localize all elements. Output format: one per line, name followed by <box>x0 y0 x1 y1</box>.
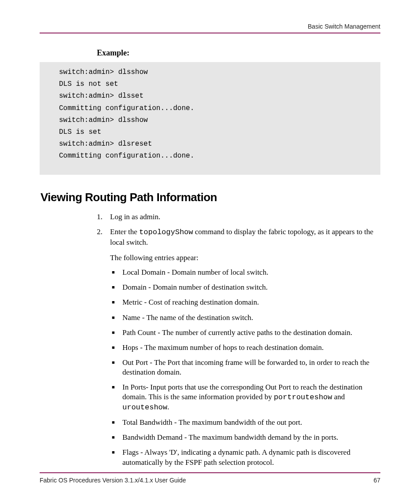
step-text: Enter the topologyShow command to displa… <box>110 228 373 246</box>
code-example: switch:admin> dlsshow DLS is not set swi… <box>40 62 380 175</box>
page-footer: Fabric OS Procedures Version 3.1.x/4.1.x… <box>40 472 380 484</box>
bullet-item: Total Bandwidth - The maximum bandwidth … <box>122 418 380 427</box>
bullet-item: Flags - Always 'D', indicating a dynamic… <box>122 448 380 467</box>
step-pre: Enter the <box>110 228 139 236</box>
section-heading: Viewing Routing Path Information <box>41 191 380 204</box>
code-line: Committing configuration...done. <box>59 104 194 112</box>
code-line: switch:admin> dlsshow <box>59 116 148 124</box>
command-text: topologyShow <box>139 228 193 236</box>
bullet-item: Out Port - The Port that incoming frame … <box>122 358 380 377</box>
command-text: portrouteshow <box>274 393 332 401</box>
steps-list: 1. Log in as admin. 2. Enter the topolog… <box>97 212 380 467</box>
bullet-item: Bandwidth Demand - The maximum bandwidth… <box>122 433 380 442</box>
header-rule <box>40 33 380 33</box>
example-label: Example: <box>97 48 380 58</box>
step-item: 2. Enter the topologyShow command to dis… <box>97 227 380 467</box>
page-header-right: Basic Switch Management <box>40 23 380 30</box>
code-line: DLS is set <box>59 128 101 136</box>
step-number: 1. <box>97 212 103 222</box>
code-line: Committing configuration...done. <box>59 152 194 160</box>
step-text: Log in as admin. <box>110 213 160 221</box>
footer-page-number: 67 <box>373 477 380 484</box>
code-line: switch:admin> dlsset <box>59 92 144 100</box>
code-line: switch:admin> dlsreset <box>59 140 152 148</box>
bullet-list: Local Domain - Domain number of local sw… <box>110 268 380 467</box>
bullet-item: Metric - Cost of reaching destination do… <box>122 298 380 307</box>
bullet-item: Local Domain - Domain number of local sw… <box>122 268 380 277</box>
footer-left: Fabric OS Procedures Version 3.1.x/4.1.x… <box>40 477 186 484</box>
bullet-item: Hops - The maximum number of hops to rea… <box>122 343 380 353</box>
code-line: switch:admin> dlsshow <box>59 68 148 76</box>
footer-rule <box>40 472 380 473</box>
step-number: 2. <box>97 227 103 237</box>
bullet-post: . <box>167 403 169 411</box>
code-line: DLS is not set <box>59 80 118 88</box>
bullet-item: Name - The name of the destination switc… <box>122 313 380 323</box>
command-text: urouteshow <box>122 403 167 412</box>
bullet-item: In Ports- Input ports that use the corre… <box>122 383 380 412</box>
bullet-item: Domain - Domain number of destination sw… <box>122 283 380 292</box>
bullet-item: Path Count - The number of currently act… <box>122 328 380 338</box>
bullet-mid: and <box>332 393 345 401</box>
step-item: 1. Log in as admin. <box>97 212 380 222</box>
step-followup: The following entries appear: <box>110 253 380 263</box>
